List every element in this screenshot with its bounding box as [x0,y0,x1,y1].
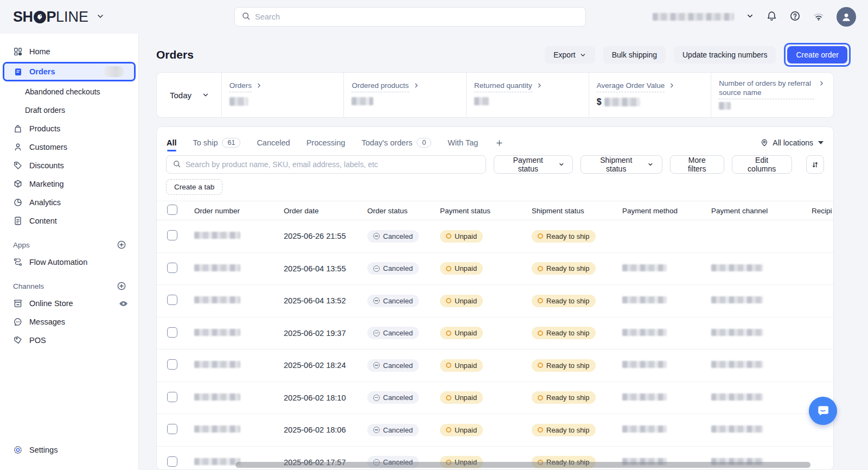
chevron-right-icon [256,82,263,89]
row-checkbox[interactable] [167,263,177,273]
payment-channel-redacted [711,329,763,336]
bulk-shipping-button[interactable]: Bulk shipping [603,46,666,63]
help-icon[interactable] [789,10,801,23]
chevron-down-icon [558,161,565,168]
period-selector[interactable]: Today [157,73,221,117]
tab-todays-orders[interactable]: Today's orders 0 [361,138,431,148]
ready-to-ship-icon [538,233,543,239]
sidebar-item-flow-automation[interactable]: Flow Automation [0,253,138,271]
create-order-button[interactable]: Create order [787,46,847,63]
notifications-bell-icon[interactable] [766,10,777,23]
global-search-input[interactable] [255,12,579,21]
table-row[interactable]: 2025-06-04 13:52 Canceled Unpaid Ready t… [157,285,833,317]
shipment-status-badge: Ready to ship [532,327,596,339]
table-row[interactable]: 2025-06-02 19:37 Canceled Unpaid Ready t… [157,317,833,350]
logo-text: SH [13,9,33,26]
order-number-redacted [194,296,240,303]
row-checkbox[interactable] [167,295,177,305]
sidebar-item-orders[interactable]: Orders [4,63,134,80]
shipment-status-badge: Ready to ship [532,295,596,307]
order-status-badge: Canceled [367,262,419,275]
order-status-badge: Canceled [367,424,419,436]
create-order-highlight-annotation: Create order [784,43,851,67]
add-channel-icon[interactable] [117,281,126,291]
row-checkbox[interactable] [167,392,177,402]
canceled-icon [373,233,380,239]
unpaid-icon [446,298,451,303]
col-recipient: Recipi [812,207,834,215]
ready-to-ship-icon [538,395,543,401]
table-row[interactable]: 2025-06-02 18:10 Canceled Unpaid Ready t… [157,382,833,415]
row-checkbox[interactable] [167,327,177,338]
tab-with-tag[interactable]: With Tag [448,138,478,147]
network-status-icon[interactable] [813,10,825,24]
chat-fab-button[interactable] [809,397,837,425]
sidebar-item-draft-orders[interactable]: Draft orders [0,101,138,119]
shipment-status-filter[interactable]: Shipment status [580,155,662,174]
more-filters-button[interactable]: More filters [670,155,724,174]
edit-columns-button[interactable]: Edit columns [732,155,792,174]
chevron-right-icon [413,82,420,89]
tab-canceled[interactable]: Canceled [257,138,290,147]
horizontal-scrollbar[interactable] [235,462,810,468]
pos-tag-icon [13,335,23,345]
store-switcher-chevron-icon[interactable] [746,12,754,22]
metric-value-redacted [604,98,640,106]
payment-method-redacted [622,361,667,368]
shopline-logo[interactable]: SH P LINE [13,9,105,26]
table-header: Order number Order date Order status Pay… [157,201,833,220]
select-all-checkbox[interactable] [167,205,177,215]
row-checkbox[interactable] [167,359,177,370]
sidebar-item-pos[interactable]: POS [0,331,138,350]
sidebar-item-abandoned-checkouts[interactable]: Abandoned checkouts [0,82,138,101]
sidebar-item-online-store[interactable]: Online Store [0,294,138,313]
add-tab-icon[interactable] [495,139,503,147]
table-row[interactable]: 2025-06-02 18:24 Canceled Unpaid Ready t… [157,350,833,382]
stats-card: Today Orders Ordered products Retu [156,72,834,118]
unpaid-icon [446,395,451,401]
table-row[interactable]: 2025-06-04 13:55 Canceled Unpaid Ready t… [157,253,833,285]
table-row[interactable]: 2025-06-26 21:55 Canceled Unpaid Ready t… [157,220,833,253]
metric-returned-quantity: Returned quantity [466,73,589,117]
table-row[interactable]: 2025-06-02 18:06 Canceled Unpaid Ready t… [157,414,833,447]
user-avatar[interactable] [837,7,856,27]
ready-to-ship-icon [538,331,543,336]
canceled-icon [373,297,380,304]
sidebar-item-marketing[interactable]: Marketing [0,175,138,193]
tab-to-ship[interactable]: To ship 61 [193,138,241,148]
update-tracking-numbers-button[interactable]: Update tracking numbers [674,46,776,63]
payment-method-redacted [622,296,667,303]
global-search[interactable] [234,7,586,27]
sidebar-item-home[interactable]: Home [0,42,138,61]
eye-icon[interactable] [118,298,129,309]
row-checkbox[interactable] [167,424,177,434]
row-checkbox[interactable] [167,230,177,240]
sidebar-item-discounts[interactable]: Discounts [0,156,138,175]
metric-average-order-value: Average Order Value $ [589,73,711,117]
col-payment-channel: Payment channel [711,207,812,215]
row-checkbox[interactable] [167,456,177,467]
sidebar-item-customers[interactable]: Customers [0,138,138,156]
tab-all[interactable]: All [167,138,177,147]
create-tab-button[interactable]: Create a tab [166,179,222,195]
metric-value-redacted [352,97,373,105]
filter-bar: Payment status Shipment status More filt… [157,155,833,174]
payment-status-filter[interactable]: Payment status [494,155,573,174]
sidebar-item-settings[interactable]: Settings [0,441,138,459]
export-button[interactable]: Export [545,46,595,63]
order-search-input[interactable] [186,160,480,169]
sidebar-item-products[interactable]: Products [0,119,138,138]
logo-chevron-down-icon[interactable] [96,12,105,22]
sidebar-item-messages[interactable]: Messages [0,313,138,331]
metric-orders-by-referral: Number of orders by referral source name [711,73,833,117]
order-search[interactable] [166,155,486,174]
payment-channel-redacted [711,361,763,368]
tab-processing[interactable]: Processing [307,138,346,147]
sort-button[interactable] [806,155,824,174]
payment-status-badge: Unpaid [440,230,483,243]
col-order-date: Order date [284,207,367,215]
sidebar-item-analytics[interactable]: Analytics [0,193,138,212]
add-app-icon[interactable] [117,240,126,250]
sidebar-item-content[interactable]: Content [0,212,138,230]
locations-selector[interactable]: All locations [760,138,824,147]
